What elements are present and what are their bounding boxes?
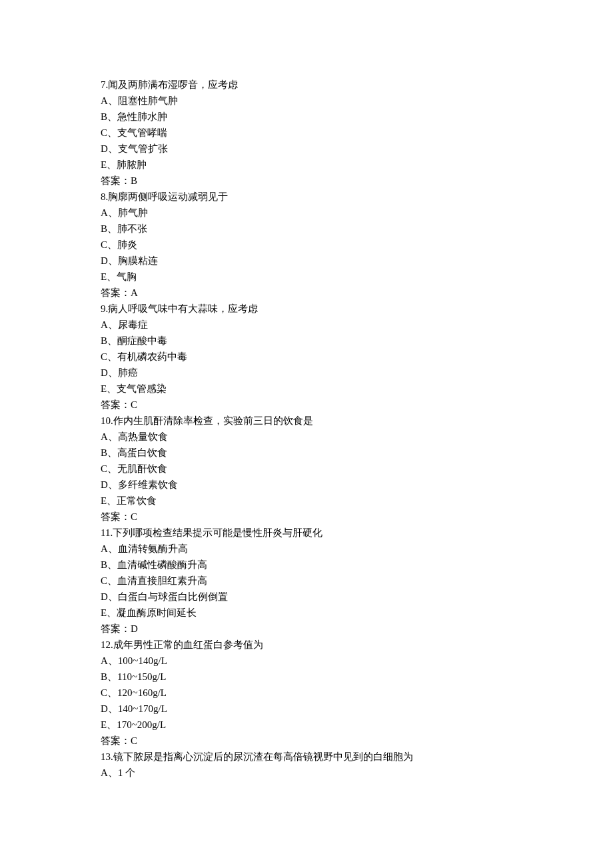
option-line: E、气胸 (101, 269, 613, 285)
option-line: E、凝血酶原时间延长 (101, 605, 613, 621)
answer-value: C (131, 399, 137, 410)
option-line: C、血清直接胆红素升高 (101, 573, 613, 589)
option-line: B、高蛋白饮食 (101, 445, 613, 461)
option-text: 支气管感染 (117, 383, 167, 394)
question-text: 7.闻及两肺满布湿啰音，应考虑 (101, 77, 613, 93)
option-letter: E (101, 271, 107, 282)
document-body: 7.闻及两肺满布湿啰音，应考虑A、阻塞性肺气肿B、急性肺水肿C、支气管哮喘D、支… (101, 77, 613, 781)
option-line: D、支气管扩张 (101, 141, 613, 157)
answer-line: 答案：C (101, 509, 613, 525)
option-separator: 、 (107, 559, 117, 570)
option-separator: 、 (107, 271, 117, 282)
option-text: 无肌酐饮食 (117, 463, 167, 474)
question-number: 12. (101, 639, 113, 650)
answer-line: 答案：D (101, 621, 613, 637)
option-letter: D (101, 479, 108, 490)
option-line: C、支气管哮喘 (101, 125, 613, 141)
question-stem: 胸廓两侧呼吸运动减弱见于 (108, 191, 228, 202)
option-text: 气胸 (117, 271, 137, 282)
option-line: D、肺癌 (101, 365, 613, 381)
option-separator: 、 (108, 367, 118, 378)
option-line: D、140~170g/L (101, 701, 613, 717)
option-line: A、阻塞性肺气肿 (101, 93, 613, 109)
option-separator: 、 (108, 95, 118, 106)
option-text: 肺气肿 (118, 207, 148, 218)
option-letter: B (101, 559, 107, 570)
question-stem: 下列哪项检查结果提示可能是慢性肝炎与肝硬化 (113, 527, 322, 538)
option-separator: 、 (107, 719, 117, 730)
option-text: 血清碱性磷酸酶升高 (117, 559, 207, 570)
answer-line: 答案：C (101, 733, 613, 749)
option-separator: 、 (107, 671, 117, 682)
option-line: C、无肌酐饮食 (101, 461, 613, 477)
option-separator: 、 (108, 431, 118, 442)
option-text: 正常饮食 (117, 495, 157, 506)
option-text: 血清直接胆红素升高 (117, 575, 207, 586)
option-separator: 、 (107, 463, 117, 474)
question-text: 8.胸廓两侧呼吸运动减弱见于 (101, 189, 613, 205)
option-text: 肺癌 (118, 367, 138, 378)
option-line: D、多纤维素饮食 (101, 477, 613, 493)
option-letter: D (101, 255, 108, 266)
option-line: A、肺气肿 (101, 205, 613, 221)
option-letter: A (101, 543, 108, 554)
option-letter: C (101, 127, 107, 138)
option-text: 170~200g/L (117, 719, 166, 730)
option-line: B、急性肺水肿 (101, 109, 613, 125)
question-number: 10. (101, 415, 113, 426)
answer-label: 答案： (101, 511, 131, 522)
option-text: 胸膜粘连 (118, 255, 158, 266)
question-text: 10.作内生肌酐清除率检查，实验前三日的饮食是 (101, 413, 613, 429)
question-number: 9. (101, 303, 108, 314)
answer-value: D (131, 623, 138, 634)
answer-value: B (131, 175, 137, 186)
option-text: 酮症酸中毒 (117, 335, 167, 346)
option-letter: B (101, 335, 107, 346)
question-text: 13.镜下脓尿是指离心沉淀后的尿沉渣在每高倍镜视野中见到的白细胞为 (101, 749, 613, 765)
option-separator: 、 (107, 383, 117, 394)
answer-label: 答案： (101, 287, 131, 298)
question-text: 12.成年男性正常的血红蛋白参考值为 (101, 637, 613, 653)
question-text: 11.下列哪项检查结果提示可能是慢性肝炎与肝硬化 (101, 525, 613, 541)
option-separator: 、 (107, 687, 117, 698)
option-text: 110~150g/L (117, 671, 166, 682)
option-separator: 、 (108, 143, 118, 154)
option-line: E、支气管感染 (101, 381, 613, 397)
answer-line: 答案：A (101, 285, 613, 301)
option-letter: E (101, 159, 107, 170)
option-letter: E (101, 719, 107, 730)
option-separator: 、 (107, 335, 117, 346)
option-text: 尿毒症 (118, 319, 148, 330)
answer-value: C (131, 511, 137, 522)
option-letter: A (101, 207, 108, 218)
option-text: 高蛋白饮食 (117, 447, 167, 458)
option-text: 肺脓肿 (117, 159, 147, 170)
option-text: 140~170g/L (118, 703, 167, 714)
question-number: 8. (101, 191, 108, 202)
answer-line: 答案：B (101, 173, 613, 189)
option-text: 支气管扩张 (118, 143, 168, 154)
question-stem: 成年男性正常的血红蛋白参考值为 (113, 639, 263, 650)
option-letter: E (101, 383, 107, 394)
option-text: 血清转氨酶升高 (118, 543, 188, 554)
option-text: 支气管哮喘 (117, 127, 167, 138)
option-separator: 、 (108, 543, 118, 554)
option-text: 1 个 (118, 767, 135, 778)
option-separator: 、 (107, 159, 117, 170)
option-line: B、血清碱性磷酸酶升高 (101, 557, 613, 573)
option-line: D、胸膜粘连 (101, 253, 613, 269)
option-letter: A (101, 431, 108, 442)
option-text: 多纤维素饮食 (118, 479, 178, 490)
answer-label: 答案： (101, 623, 131, 634)
option-letter: C (101, 463, 107, 474)
option-letter: E (101, 495, 107, 506)
option-line: A、100~140g/L (101, 653, 613, 669)
option-line: E、肺脓肿 (101, 157, 613, 173)
option-letter: A (101, 655, 108, 666)
option-text: 100~140g/L (118, 655, 167, 666)
option-line: C、有机磷农药中毒 (101, 349, 613, 365)
option-separator: 、 (107, 223, 117, 234)
option-letter: D (101, 591, 108, 602)
question-number: 7. (101, 79, 108, 90)
question-stem: 镜下脓尿是指离心沉淀后的尿沉渣在每高倍镜视野中见到的白细胞为 (113, 751, 413, 762)
